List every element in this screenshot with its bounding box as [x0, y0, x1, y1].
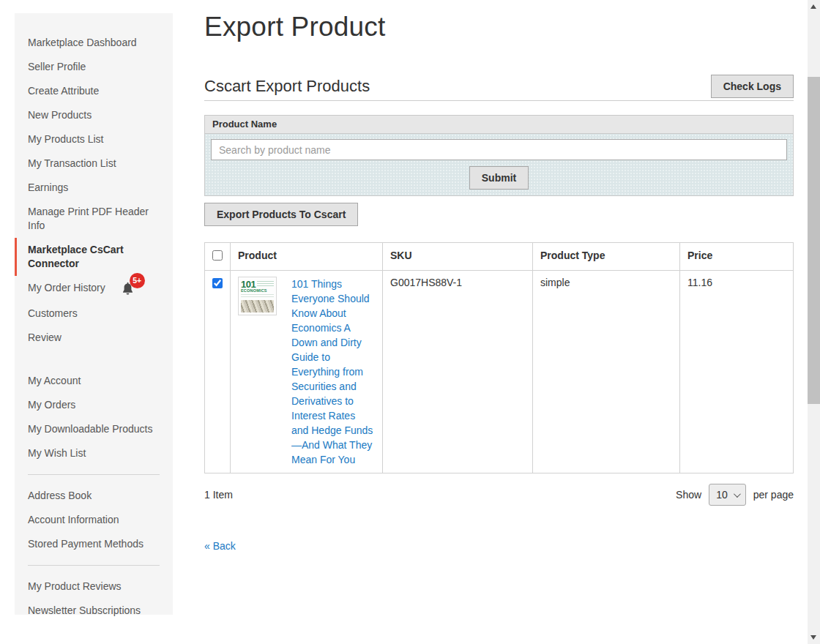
filter-header: Product Name — [204, 115, 794, 134]
sidebar-item-stored-payment-methods[interactable]: Stored Payment Methods — [28, 532, 160, 556]
sku-cell: G0017HS88V-1 — [383, 271, 533, 473]
column-header-sku: SKU — [383, 243, 533, 271]
filter-body: Submit — [204, 134, 794, 196]
scrollbar-thumb[interactable] — [808, 77, 820, 404]
sidebar-item-my-transaction-list[interactable]: My Transaction List — [28, 151, 160, 176]
table-header-row: Product SKU Product Type Price — [205, 243, 794, 271]
sidebar-item-create-attribute[interactable]: Create Attribute — [28, 79, 160, 103]
sidebar-item-my-order-history[interactable]: My Order History 5+ — [28, 276, 160, 302]
column-header-product: Product — [231, 243, 383, 271]
notification-badge: 5+ — [130, 273, 145, 288]
select-all-checkbox[interactable] — [212, 250, 223, 261]
sidebar-item-my-account[interactable]: My Account — [28, 369, 160, 393]
section-heading: Cscart Export Products — [204, 77, 370, 96]
sidebar: Marketplace Dashboard Seller Profile Cre… — [15, 13, 173, 615]
sidebar-item-manage-print-pdf-header-info[interactable]: Manage Print PDF Header Info — [28, 200, 160, 238]
sidebar-item-my-downloadable-products[interactable]: My Downloadable Products — [28, 417, 160, 441]
scrollbar[interactable] — [808, 0, 820, 644]
sidebar-item-my-wish-list[interactable]: My Wish List — [28, 441, 160, 465]
column-header-price: Price — [680, 243, 794, 271]
back-link[interactable]: « Back — [204, 540, 236, 552]
sidebar-item-my-orders[interactable]: My Orders — [28, 393, 160, 417]
per-page-label: per page — [753, 489, 794, 501]
items-count: 1 Item — [204, 489, 233, 501]
sidebar-menu: Marketplace Dashboard Seller Profile Cre… — [28, 31, 160, 623]
show-label: Show — [676, 489, 701, 501]
notification-bell-icon: 5+ — [120, 281, 135, 296]
sidebar-item-marketplace-dashboard[interactable]: Marketplace Dashboard — [28, 31, 160, 55]
products-table: Product SKU Product Type Price 101 — [204, 242, 794, 473]
column-header-product-type: Product Type — [533, 243, 680, 271]
sidebar-item-label: My Order History — [28, 282, 105, 293]
price-cell: 11.16 — [680, 271, 794, 473]
scrollbar-up-icon[interactable] — [810, 4, 816, 9]
check-logs-button[interactable]: Check Logs — [711, 75, 794, 98]
sidebar-item-seller-profile[interactable]: Seller Profile — [28, 55, 160, 79]
product-link[interactable]: 101 Things Everyone Should Know About Ec… — [291, 277, 375, 467]
sidebar-item-new-products[interactable]: New Products — [28, 103, 160, 127]
sidebar-divider — [28, 565, 160, 566]
thumbnail-title-text: 101 — [241, 280, 256, 288]
section-header: Cscart Export Products Check Logs — [204, 75, 794, 101]
sidebar-item-my-product-reviews[interactable]: My Product Reviews — [28, 574, 160, 599]
export-products-button[interactable]: Export Products To Cscart — [204, 203, 358, 226]
sidebar-item-earnings[interactable]: Earnings — [28, 176, 160, 200]
sidebar-item-customers[interactable]: Customers — [28, 302, 160, 326]
thumbnail-money-image — [241, 300, 274, 312]
sidebar-item-review[interactable]: Review — [28, 326, 160, 350]
page-size-select[interactable]: 10 — [709, 484, 746, 506]
sidebar-item-my-products-list[interactable]: My Products List — [28, 127, 160, 151]
sidebar-item-marketplace-cscart-connector[interactable]: Marketplace CsCart Connector — [15, 238, 160, 276]
filter-panel: Product Name Submit — [204, 115, 794, 196]
sidebar-item-address-book[interactable]: Address Book — [28, 484, 160, 508]
pagination-bar: 1 Item Show 10 per page — [204, 484, 794, 506]
sidebar-item-newsletter-subscriptions[interactable]: Newsletter Subscriptions — [28, 599, 160, 623]
sidebar-divider — [28, 474, 160, 475]
scrollbar-down-icon[interactable] — [810, 635, 816, 640]
thumbnail-subtitle-text: ECONOMICS — [241, 288, 274, 293]
page-title: Export Product — [204, 10, 794, 44]
table-row: 101 ECONOMICS 101 Things Everyone Should… — [205, 271, 794, 473]
page-size-value: 10 — [716, 489, 728, 501]
chevron-down-icon — [734, 490, 741, 498]
sidebar-item-account-information[interactable]: Account Information — [28, 508, 160, 532]
product-search-input[interactable] — [211, 139, 787, 160]
product-type-cell: simple — [533, 271, 680, 473]
main-content: Export Product Cscart Export Products Ch… — [204, 0, 794, 553]
product-thumbnail: 101 ECONOMICS — [238, 277, 277, 315]
submit-button[interactable]: Submit — [469, 166, 529, 190]
row-checkbox[interactable] — [212, 278, 223, 288]
